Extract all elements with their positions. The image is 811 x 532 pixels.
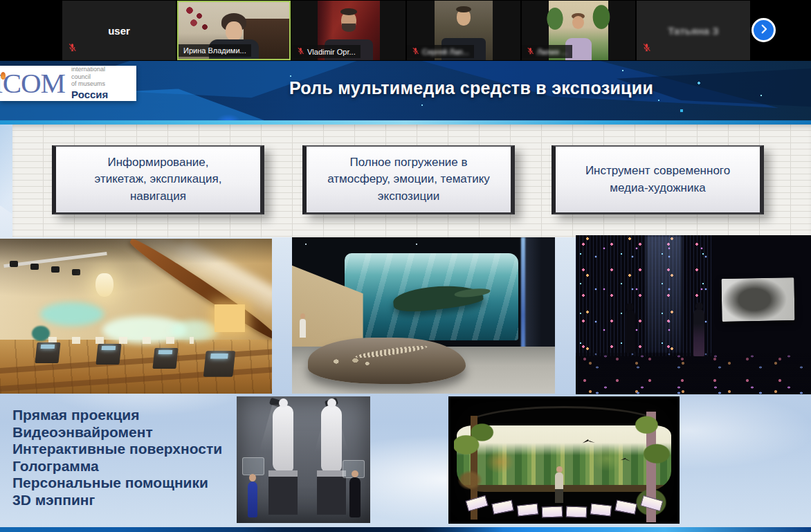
logo-org-text: international council of museums Россия [71, 66, 108, 101]
photo-hologram-statues [237, 396, 370, 523]
mic-muted-icon [412, 47, 419, 56]
mic-muted-icon [527, 47, 534, 56]
visitor-figure [349, 477, 361, 517]
touch-kiosk [203, 351, 235, 377]
visitor-figure [300, 319, 306, 338]
slide-title: Роль мультимедиа средств в экспозиции [145, 78, 797, 98]
visitor-figure [693, 309, 704, 356]
visitor-figure [625, 310, 635, 353]
mic-muted-icon [297, 47, 304, 56]
next-participants-button[interactable] [751, 18, 776, 42]
logo-country: Россия [71, 89, 108, 101]
list-item: Прямая проекция [12, 407, 222, 424]
logo-acronym: ICOM [0, 69, 65, 98]
chevron-right-icon [758, 23, 770, 38]
list-item: Голограмма [12, 458, 222, 475]
visitor-figure [555, 473, 563, 503]
participant-name: Татьяна З [637, 1, 750, 60]
flower-vase [184, 5, 213, 35]
screen: user Ирина Владими... [0, 0, 811, 532]
list-item: Интерактивные поверхности [12, 441, 222, 458]
touch-kiosk [35, 342, 60, 363]
photo-projection-room [0, 239, 272, 394]
logo-flame-icon [1, 72, 6, 80]
hologram-panel [242, 457, 264, 475]
lit-panel [215, 304, 245, 332]
fossil-platform [308, 338, 466, 385]
participant-tile-user[interactable]: user [62, 1, 176, 60]
touch-kiosk [152, 348, 178, 369]
participant-name: user [62, 1, 176, 60]
mic-muted-icon [68, 42, 77, 55]
projection-screen [345, 253, 518, 341]
photo-panoramic-diorama [448, 396, 680, 524]
photo-flower-installation [576, 235, 811, 394]
participant-tile-vladimir[interactable]: Vladimir Opr... [292, 1, 406, 60]
paper-lantern [95, 273, 113, 297]
slide-bottom-bar [0, 527, 811, 532]
participant-tile-lilia[interactable]: Лилия ... [522, 1, 635, 60]
display-cases [448, 507, 680, 518]
statue [273, 405, 293, 472]
participant-name: Сергей Лап... [407, 45, 474, 58]
text-box-media-artist: Инструмент современного медиа-художника [552, 145, 764, 214]
mic-muted-icon [642, 42, 651, 55]
techniques-list: Прямая проекция Видеоэнвайромент Интерак… [12, 407, 222, 508]
participant-name: Лилия ... [522, 45, 572, 58]
participant-name: Ирина Владими... [179, 44, 251, 57]
crocodile-projection [392, 282, 484, 313]
falling-flowers [576, 235, 712, 356]
text-box-informing: Информирование, этикетаж, экспликация, н… [52, 145, 264, 214]
statue [321, 405, 342, 472]
touch-kiosk [95, 344, 121, 365]
visitor-figure [248, 481, 257, 517]
participant-tile-tatiana[interactable]: Татьяна З [637, 1, 750, 60]
photo-underwater-exhibit [292, 237, 555, 394]
slide-header: ICOM international council of museums Ро… [0, 61, 811, 125]
list-item: 3D мэппинг [12, 492, 222, 509]
participant-tile-sergey[interactable]: Сергей Лап... [407, 1, 520, 60]
participant-strip: user Ирина Владими... [0, 0, 811, 61]
text-box-immersion: Полное погружение в атмосферу, эмоции, т… [302, 145, 515, 214]
icom-russia-logo: ICOM international council of museums Ро… [0, 66, 136, 101]
list-item: Персональные помощники [12, 475, 222, 492]
wall-artwork [721, 277, 794, 322]
participant-tile-irina[interactable]: Ирина Владими... [177, 1, 291, 60]
participant-name: Vladimir Opr... [292, 45, 361, 58]
list-item: Видеоэнвайромент [12, 424, 222, 441]
